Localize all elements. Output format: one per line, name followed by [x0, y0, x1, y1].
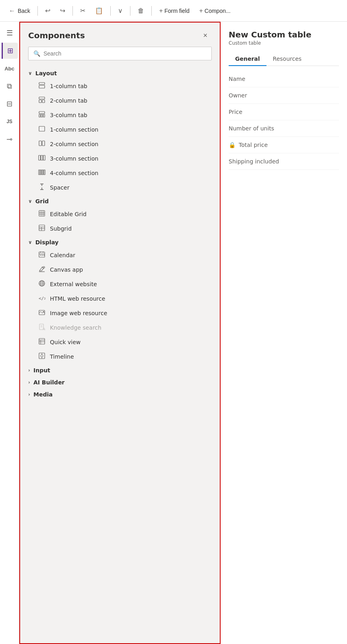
text-abc-icon: Abc: [4, 66, 14, 72]
sidebar-flow-button[interactable]: ⊸: [2, 131, 18, 147]
form-field-label: Form field: [164, 8, 189, 14]
sidebar-layers-button[interactable]: ⧉: [2, 78, 18, 94]
component-timeline[interactable]: Timeline: [30, 349, 212, 364]
component-1-column-section[interactable]: 1-column section: [30, 122, 212, 137]
back-button[interactable]: ← Back: [5, 5, 34, 17]
section-ai-builder-label: AI Builder: [33, 379, 65, 386]
redo-button[interactable]: ↪: [56, 4, 69, 17]
search-box: 🔍: [28, 47, 212, 60]
panel-title-section: New Custom table Custom table: [229, 30, 339, 46]
component-1-column-tab[interactable]: 1-column tab: [30, 79, 212, 93]
component-editable-grid[interactable]: Editable Grid: [30, 207, 212, 221]
svg-point-39: [43, 266, 45, 268]
svg-rect-14: [43, 155, 45, 160]
lock-icon: 🔒: [229, 142, 235, 148]
section-layout-header[interactable]: ∨ Layout: [28, 67, 212, 79]
section-grid-header[interactable]: ∨ Grid: [28, 195, 212, 207]
component-spacer[interactable]: Spacer: [30, 180, 212, 195]
add-component-button[interactable]: + Compon...: [195, 5, 235, 17]
field-row-number-of-units: Number of units: [229, 120, 339, 137]
component-2-column-tab-label: 2-column tab: [50, 97, 87, 104]
section-display-items: Calendar Canvas app: [28, 248, 212, 364]
panel-content: ∨ Layout 1-column tab: [20, 67, 220, 408]
svg-rect-37: [42, 255, 43, 256]
svg-rect-5: [39, 111, 45, 114]
sidebar-hamburger-button[interactable]: ☰: [2, 25, 18, 41]
components-panel: Components × 🔍 ∨ Layout: [19, 22, 221, 644]
section-input-header[interactable]: › Input: [28, 364, 212, 376]
svg-rect-36: [40, 255, 41, 256]
grid-icon: ⊞: [7, 46, 13, 55]
component-knowledge-search-label: Knowledge search: [50, 324, 101, 331]
component-canvas-app[interactable]: Canvas app: [30, 262, 212, 277]
1-column-tab-icon: [38, 82, 46, 91]
svg-rect-7: [41, 114, 43, 117]
sidebar-table-button[interactable]: ⊟: [2, 96, 18, 112]
sidebar-text-button[interactable]: Abc: [2, 60, 18, 76]
component-knowledge-search: Knowledge search: [30, 320, 212, 335]
3-column-section-icon: [38, 154, 46, 163]
svg-rect-13: [41, 155, 43, 160]
dropdown-icon: ∨: [118, 7, 123, 14]
paste-button[interactable]: 📋: [91, 4, 107, 17]
toolbar-divider-3: [110, 6, 111, 16]
panel-close-button[interactable]: ×: [199, 29, 212, 42]
editable-grid-icon: [38, 210, 46, 219]
add-form-field-button[interactable]: + Form field: [155, 5, 194, 17]
svg-rect-3: [39, 100, 41, 103]
sidebar-js-button[interactable]: JS: [2, 114, 18, 130]
tab-resources[interactable]: Resources: [266, 52, 308, 66]
spacer-icon: [38, 183, 46, 192]
chevron-down-icon-display: ∨: [28, 239, 32, 245]
toolbar: ← Back ↩ ↪ ✂ 📋 ∨ 🗑 + Form field + Compon…: [0, 0, 347, 22]
component-subgrid[interactable]: Subgrid: [30, 221, 212, 236]
chevron-right-icon-ai: ›: [28, 380, 30, 385]
component-timeline-label: Timeline: [50, 353, 74, 360]
component-html-web-resource[interactable]: </> HTML web resource: [30, 291, 212, 306]
delete-icon: 🗑: [138, 7, 144, 14]
undo-button[interactable]: ↩: [41, 4, 54, 17]
component-4-column-section[interactable]: 4-column section: [30, 166, 212, 180]
section-ai-builder-header[interactable]: › AI Builder: [28, 376, 212, 388]
section-layout-items: 1-column tab 2-column tab: [28, 79, 212, 195]
component-2-column-section[interactable]: 2-column section: [30, 137, 212, 151]
component-image-web-resource[interactable]: Image web resource: [30, 306, 212, 320]
delete-button[interactable]: 🗑: [134, 5, 148, 17]
component-calendar[interactable]: Calendar: [30, 248, 212, 262]
component-quick-view[interactable]: Quick view: [30, 335, 212, 349]
component-3-column-tab[interactable]: 3-column tab: [30, 108, 212, 122]
svg-rect-54: [39, 339, 45, 344]
component-image-web-resource-label: Image web resource: [50, 310, 107, 316]
component-2-column-tab[interactable]: 2-column tab: [30, 93, 212, 108]
html-web-resource-icon: </>: [38, 294, 46, 303]
svg-rect-8: [43, 114, 45, 117]
component-2-column-section-label: 2-column section: [50, 141, 98, 147]
section-media-header[interactable]: › Media: [28, 388, 212, 400]
component-external-website-label: External website: [50, 281, 97, 287]
svg-rect-16: [40, 170, 41, 175]
component-1-column-tab-label: 1-column tab: [50, 83, 87, 89]
plus-icon-2: +: [199, 7, 203, 14]
search-input[interactable]: [43, 50, 207, 57]
layers-icon: ⧉: [7, 82, 12, 91]
section-layout-label: Layout: [35, 70, 57, 76]
knowledge-search-icon: [38, 323, 46, 332]
component-1-column-section-label: 1-column section: [50, 126, 98, 133]
dropdown-button[interactable]: ∨: [114, 4, 127, 17]
1-column-section-icon: [38, 125, 46, 134]
toolbar-divider-4: [130, 6, 130, 16]
tab-general[interactable]: General: [229, 52, 266, 66]
component-3-column-section-label: 3-column section: [50, 155, 98, 162]
redo-icon: ↪: [60, 7, 65, 14]
section-grid-items: Editable Grid Subgrid: [28, 207, 212, 236]
section-display-label: Display: [35, 239, 59, 246]
component-subgrid-label: Subgrid: [50, 225, 72, 232]
sidebar-grid-button[interactable]: ⊞: [2, 43, 18, 59]
svg-rect-11: [42, 141, 45, 146]
cut-button[interactable]: ✂: [76, 4, 89, 17]
component-external-website[interactable]: External website: [30, 277, 212, 291]
field-total-price-label: Total price: [239, 142, 268, 148]
cut-icon: ✂: [80, 7, 85, 14]
component-3-column-section[interactable]: 3-column section: [30, 151, 212, 166]
section-display-header[interactable]: ∨ Display: [28, 236, 212, 248]
